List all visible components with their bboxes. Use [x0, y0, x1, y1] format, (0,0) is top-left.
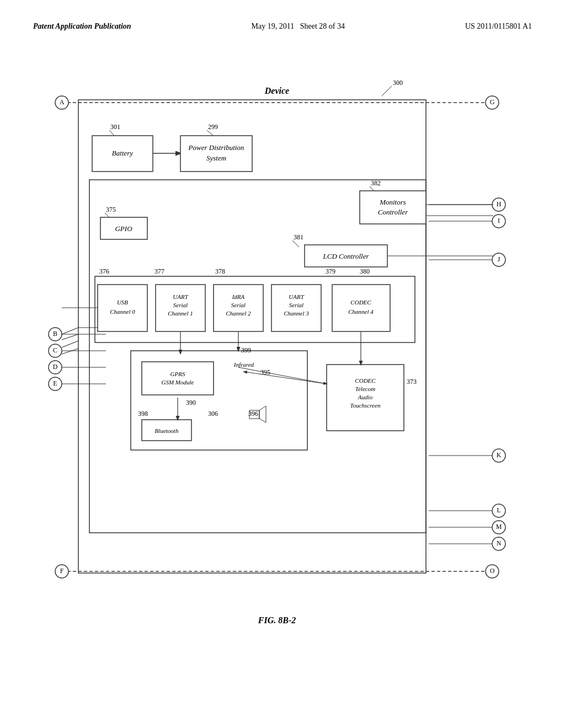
- diagram-area: A G F O H I J K: [45, 42, 520, 676]
- connector-H: H: [497, 200, 502, 208]
- ref-390: 390: [186, 399, 196, 406]
- uart-ch3-box: UART: [289, 293, 304, 300]
- ref-300: 300: [393, 79, 403, 87]
- ref-375: 375: [106, 206, 116, 213]
- header-date: May 19, 2011: [252, 22, 295, 30]
- ref-373: 373: [407, 378, 417, 386]
- connector-D: D: [53, 363, 58, 371]
- ref-398: 398: [138, 410, 148, 417]
- svg-line-65: [62, 334, 78, 340]
- infrared-label: Infrared: [233, 361, 254, 368]
- usb-ch0-box: USB: [117, 299, 128, 306]
- connector-L: L: [497, 506, 500, 514]
- header-publication: Patent Application Publication: [33, 22, 131, 31]
- usb-ch0-box2: Channel 0: [110, 308, 135, 315]
- uart-ch1-box3: Channel 1: [168, 310, 193, 317]
- svg-line-64: [62, 328, 78, 334]
- svg-line-58: [244, 372, 327, 384]
- diagram-svg: A G F O H I J K: [45, 42, 520, 676]
- codec-telecom-box2: Telecom: [355, 386, 375, 392]
- idra-ch2-box: IdRA: [232, 293, 245, 300]
- header-date-sheet: May 19, 2011 Sheet 28 of 34: [252, 22, 345, 31]
- connector-O: O: [490, 567, 495, 575]
- svg-line-57: [238, 367, 327, 384]
- ref-381: 381: [294, 233, 303, 241]
- codec-ch4-box: CODEC: [350, 299, 371, 306]
- connector-C: C: [53, 346, 57, 354]
- monitors-controller-box: Monitors: [379, 198, 406, 206]
- connector-A: A: [60, 98, 65, 106]
- codec-telecom-box: CODEC: [355, 377, 376, 384]
- connector-F: F: [60, 567, 64, 575]
- device-title: Device: [264, 86, 289, 95]
- ref-378: 378: [215, 267, 225, 275]
- connector-N: N: [497, 539, 502, 547]
- connector-I: I: [498, 217, 500, 224]
- header-patent-num: US 2011/0115801 A1: [465, 22, 532, 31]
- connector-K: K: [497, 451, 502, 459]
- ref-299: 299: [208, 123, 218, 131]
- svg-line-67: [62, 349, 78, 354]
- bluetooth-box: Bluetooth: [155, 427, 179, 434]
- connector-M: M: [496, 523, 502, 531]
- page: Patent Application Publication May 19, 2…: [0, 0, 565, 728]
- ref-380: 380: [360, 267, 370, 275]
- connector-B: B: [53, 330, 57, 338]
- uart-ch1-box: UART: [173, 293, 188, 300]
- ref-376: 376: [99, 267, 109, 275]
- header-sheet: Sheet 28 of 34: [300, 22, 345, 30]
- svg-line-42: [292, 240, 299, 247]
- page-header: Patent Application Publication May 19, 2…: [33, 22, 532, 31]
- svg-line-66: [62, 341, 78, 347]
- svg-line-28: [382, 86, 392, 96]
- ref-399: 399: [241, 346, 251, 354]
- power-dist-box: Power Distribution: [188, 143, 244, 152]
- battery-box: Battery: [112, 149, 133, 157]
- ref-382: 382: [371, 179, 381, 187]
- ref-377: 377: [154, 267, 164, 275]
- connector-E: E: [53, 379, 57, 387]
- uart-ch1-box2: Serial: [173, 302, 188, 308]
- uart-ch3-box3: Channel 3: [284, 310, 309, 317]
- ref-379: 379: [326, 267, 335, 275]
- power-dist-box2: System: [206, 154, 226, 162]
- connector-J: J: [498, 255, 500, 263]
- ref-396: 396: [248, 410, 258, 417]
- codec-ch4-box2: Channel 4: [348, 308, 374, 315]
- ref-301: 301: [110, 123, 120, 131]
- lcd-controller-box: LCD Controller: [323, 252, 370, 260]
- figure-label: FIG. 8B-2: [258, 615, 296, 625]
- connector-G: G: [490, 98, 495, 106]
- uart-ch3-box2: Serial: [289, 302, 303, 308]
- svg-marker-61: [259, 406, 266, 422]
- codec-telecom-box4: Touchscreen: [350, 402, 381, 409]
- codec-telecom-box3: Audio: [358, 394, 373, 400]
- idra-ch2-box3: Channel 2: [226, 310, 251, 317]
- gpio-box: GPIO: [115, 224, 132, 233]
- ref-306: 306: [208, 410, 218, 417]
- gprs-gsm-box: GPRS: [170, 371, 185, 377]
- monitors-controller-box2: Controller: [378, 208, 408, 216]
- gprs-gsm-box2: GSM Module: [162, 379, 194, 386]
- idra-ch2-box2: Serial: [231, 302, 246, 308]
